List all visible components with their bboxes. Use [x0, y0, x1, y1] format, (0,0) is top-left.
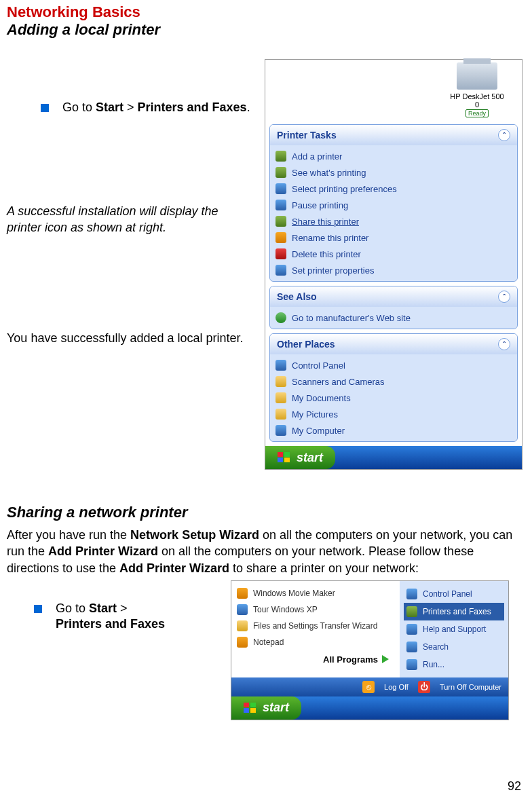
- run-icon: [406, 659, 417, 670]
- logoff-bar: ⎋Log Off ⏻Turn Off Computer: [231, 677, 508, 696]
- preferences-icon: [276, 183, 286, 194]
- menu-printers-faxes[interactable]: Printers and Faxes: [404, 603, 504, 620]
- computer-icon: [276, 425, 286, 436]
- turnoff-label[interactable]: Turn Off Computer: [440, 683, 501, 691]
- printer-icon: [457, 62, 497, 90]
- note-2: You have successfully added a local prin…: [7, 331, 251, 346]
- doc-subtitle: Adding a local printer: [7, 21, 525, 39]
- app-icon: [237, 620, 248, 631]
- pause-icon: [276, 200, 286, 210]
- properties-icon: [276, 265, 286, 276]
- folder-icon: [276, 392, 286, 403]
- place-documents[interactable]: My Documents: [274, 390, 513, 406]
- screenshot-start-menu: Windows Movie Maker Tour Windows XP File…: [231, 580, 509, 720]
- collapse-icon[interactable]: ˆ: [498, 129, 510, 141]
- task-rename[interactable]: Rename this printer: [274, 229, 513, 246]
- task-see-printing[interactable]: See what's printing: [274, 164, 513, 181]
- app-icon: [237, 637, 248, 648]
- search-icon: [406, 642, 417, 652]
- taskbar[interactable]: start: [231, 696, 508, 720]
- menu-search[interactable]: Search: [404, 638, 504, 656]
- place-computer[interactable]: My Computer: [274, 422, 513, 439]
- turnoff-icon[interactable]: ⏻: [418, 681, 430, 693]
- menu-movie-maker[interactable]: Windows Movie Maker: [235, 585, 396, 601]
- printer-icon: [276, 167, 286, 178]
- menu-control-panel[interactable]: Control Panel: [404, 585, 504, 603]
- task-pause[interactable]: Pause printing: [274, 197, 513, 213]
- start-button[interactable]: start: [265, 446, 335, 469]
- printer-icon-block[interactable]: HP DeskJet 500 0 Ready: [436, 62, 518, 117]
- task-add-printer[interactable]: Add a printer: [274, 148, 513, 164]
- place-pictures[interactable]: My Pictures: [274, 406, 513, 422]
- section-sharing-title: Sharing a network printer: [7, 504, 525, 521]
- app-icon: [237, 604, 248, 615]
- folder-icon: [276, 409, 286, 420]
- step-bullet: Go to Start > Printers and Faxes.: [41, 100, 251, 115]
- page-number: 92: [508, 779, 521, 794]
- windows-logo-icon: [244, 703, 257, 713]
- menu-run[interactable]: Run...: [404, 656, 504, 673]
- panel-title: Other Places: [277, 339, 335, 350]
- task-share[interactable]: Share this printer: [274, 213, 513, 229]
- bullet-icon: [34, 605, 42, 613]
- section-sharing-text: After you have run the Network Setup Wiz…: [7, 527, 525, 576]
- share-icon: [276, 216, 286, 227]
- panel-printer-tasks: Printer Tasksˆ Add a printer See what's …: [269, 124, 518, 282]
- step-text: Go to Start > Printers and Faxes.: [62, 100, 250, 115]
- panel-see-also: See Alsoˆ Go to manufacturer's Web site: [269, 286, 518, 329]
- menu-help[interactable]: Help and Support: [404, 620, 504, 638]
- globe-icon: [276, 312, 286, 323]
- step2-bullet: Go to Start > Printers and Faxes: [34, 601, 224, 633]
- panel-title: Printer Tasks: [277, 130, 337, 141]
- collapse-icon[interactable]: ˆ: [498, 338, 510, 350]
- help-icon: [406, 624, 417, 635]
- control-panel-icon: [276, 360, 286, 371]
- see-manufacturer[interactable]: Go to manufacturer's Web site: [274, 310, 513, 326]
- printer-icon: [406, 606, 417, 617]
- logoff-label[interactable]: Log Off: [384, 683, 408, 691]
- all-programs[interactable]: All Programs: [235, 650, 396, 669]
- taskbar[interactable]: start: [265, 446, 522, 469]
- app-icon: [237, 588, 248, 599]
- bullet-icon: [41, 104, 49, 112]
- rename-icon: [276, 232, 286, 243]
- step2-text: Go to Start > Printers and Faxes: [56, 601, 165, 633]
- task-delete[interactable]: Delete this printer: [274, 246, 513, 262]
- panel-title: See Also: [277, 291, 317, 302]
- menu-files-transfer[interactable]: Files and Settings Transfer Wizard: [235, 618, 396, 634]
- arrow-right-icon: [382, 655, 389, 663]
- printer-status-badge: Ready: [466, 109, 489, 117]
- doc-title: Networking Basics: [7, 3, 525, 21]
- menu-tour-xp[interactable]: Tour Windows XP: [235, 601, 396, 618]
- task-preferences[interactable]: Select printing preferences: [274, 181, 513, 197]
- screenshot-printer-tasks: HP DeskJet 500 0 Ready Printer Tasksˆ Ad…: [265, 59, 522, 470]
- control-panel-icon: [406, 589, 417, 599]
- printer-name: HP DeskJet 500: [436, 92, 518, 100]
- menu-notepad[interactable]: Notepad: [235, 634, 396, 650]
- task-properties[interactable]: Set printer properties: [274, 262, 513, 278]
- note-1: A successful installation will display t…: [7, 204, 251, 236]
- windows-logo-icon: [278, 452, 291, 463]
- place-control-panel[interactable]: Control Panel: [274, 357, 513, 373]
- scanner-icon: [276, 376, 286, 387]
- panel-other-places: Other Placesˆ Control Panel Scanners and…: [269, 333, 518, 442]
- start-button[interactable]: start: [231, 696, 301, 720]
- place-scanners[interactable]: Scanners and Cameras: [274, 373, 513, 390]
- delete-icon: [276, 248, 286, 259]
- collapse-icon[interactable]: ˆ: [498, 291, 510, 303]
- printer-icon: [276, 151, 286, 162]
- logoff-icon[interactable]: ⎋: [362, 681, 375, 693]
- printer-jobs: 0: [436, 100, 518, 109]
